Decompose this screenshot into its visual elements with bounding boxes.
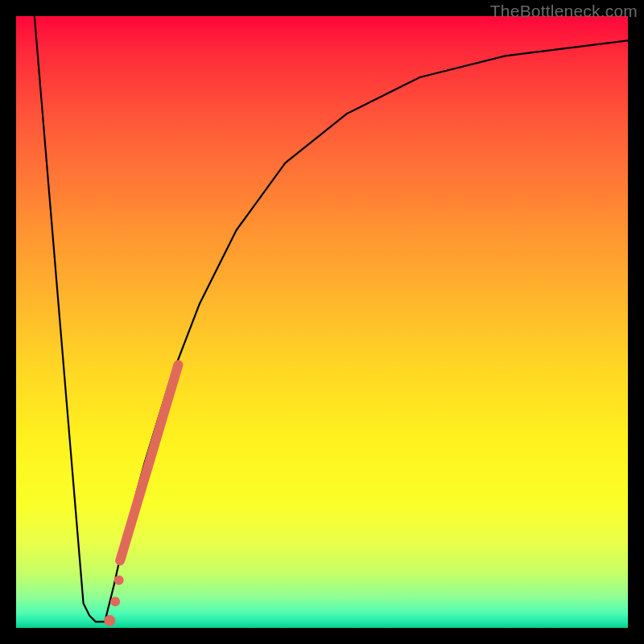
plot-area	[16, 16, 628, 628]
watermark-text: TheBottleneck.com	[490, 2, 638, 21]
chart-svg	[16, 16, 628, 628]
highlight-dot	[114, 576, 124, 585]
highlight-bar	[120, 365, 178, 560]
highlight-dot	[104, 615, 115, 626]
bottleneck-curve	[35, 16, 628, 621]
highlight-dot	[110, 597, 120, 606]
outer-frame: TheBottleneck.com	[0, 0, 644, 644]
